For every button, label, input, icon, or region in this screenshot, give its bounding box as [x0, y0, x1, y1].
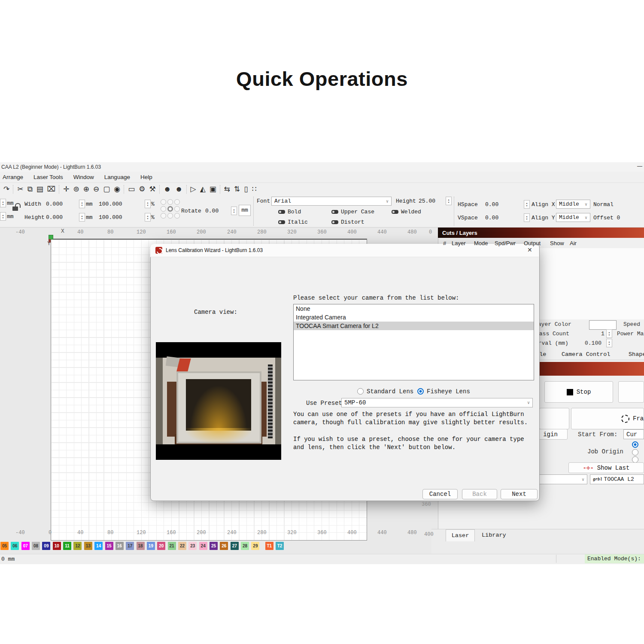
alignx-combobox[interactable]: Middle∨ [556, 200, 590, 209]
pass-count-spinner[interactable]: ▲▼ [606, 329, 612, 338]
delete-icon[interactable]: ⌧ [47, 185, 56, 194]
layer-color-swatch[interactable] [589, 320, 617, 330]
menu-item-laser-tools[interactable]: Laser Tools [33, 174, 63, 180]
width-spinner[interactable]: ▲▼ [79, 200, 85, 208]
align-icon[interactable]: ▣ [210, 185, 216, 194]
tab-camera-control[interactable]: Camera Control [562, 351, 610, 358]
camera-list-item-1[interactable]: Integrated Camera [294, 313, 534, 322]
frame-button[interactable]: Fra [571, 408, 644, 429]
dock-icon[interactable]: ▯ [244, 185, 248, 194]
palette-chip-09[interactable]: 09 [42, 542, 50, 550]
minimize-button[interactable]: — [637, 163, 642, 169]
menu-item-window[interactable]: Window [73, 174, 94, 180]
palette-chip-11[interactable]: 11 [63, 542, 71, 550]
palette-chip-T1[interactable]: T1 [265, 542, 273, 550]
spinner-down-icon[interactable]: ▼ [526, 204, 528, 207]
font-combobox[interactable]: Arial∨ [271, 197, 392, 206]
tab-laser[interactable]: Laser [446, 529, 475, 541]
weld-mode-value[interactable]: Normal [593, 201, 614, 208]
spinner-down-icon[interactable]: ▼ [448, 201, 450, 204]
height-value[interactable]: 0.000 [46, 214, 63, 221]
job-origin-radio-top[interactable] [632, 441, 638, 448]
menu-item-help[interactable]: Help [140, 174, 152, 180]
spinner-down-icon[interactable]: ▼ [2, 216, 4, 219]
spinner-down-icon[interactable]: ▼ [81, 204, 83, 207]
palette-chip-21[interactable]: 21 [168, 542, 176, 550]
palette-chip-10[interactable]: 10 [53, 542, 61, 550]
standard-lens-label[interactable]: Standard Lens [367, 388, 413, 395]
spinner-down-icon[interactable]: ▼ [526, 218, 528, 220]
menu-item-arrange[interactable]: Arrange [3, 174, 23, 180]
back-button[interactable]: Back [462, 489, 497, 499]
height-pct-spinner[interactable]: ▲▼ [145, 213, 151, 222]
palette-chip-13[interactable]: 13 [84, 542, 92, 550]
interval-spinner[interactable]: ▲▼ [606, 339, 612, 347]
lock-open-icon[interactable] [12, 203, 20, 212]
job-origin-radio-bottom[interactable] [632, 456, 638, 463]
rotate-spinner[interactable]: ▲▼ [231, 207, 237, 215]
spinner-down-icon[interactable]: ▼ [2, 203, 4, 206]
tab-shape-properties[interactable]: Shape [629, 351, 644, 358]
spinner-down-icon[interactable]: ▼ [608, 343, 611, 346]
paste-icon[interactable]: ▤ [36, 185, 43, 194]
home-button[interactable] [539, 408, 569, 429]
cancel-button[interactable]: Cancel [422, 489, 458, 499]
xpos-spinner[interactable]: ▲▼ [0, 199, 6, 207]
camera-list-item-2[interactable]: TOOCAA Smart Camera for L2 [294, 322, 534, 330]
settings-icon[interactable]: ⚙ [139, 185, 145, 194]
cut-icon[interactable]: ✂ [17, 185, 23, 194]
units-button[interactable]: mm [239, 205, 251, 216]
tab-library[interactable]: Library [482, 532, 506, 538]
offset-value[interactable]: Offset 0 [593, 215, 620, 221]
palette-chip-05[interactable]: 05 [0, 542, 9, 550]
palette-chip-25[interactable]: 25 [210, 542, 218, 550]
uppercase-toggle[interactable]: Upper Case [331, 209, 374, 215]
pause-button[interactable] [618, 381, 644, 403]
palette-chip-08[interactable]: 08 [32, 542, 40, 550]
distribute-h-icon[interactable]: ⇆ [224, 185, 230, 194]
user-icon[interactable]: ☻ [175, 185, 183, 194]
palette-chip-18[interactable]: 18 [137, 542, 145, 550]
capture-icon[interactable]: ◉ [114, 185, 120, 194]
ypos-spinner[interactable]: ▲▼ [0, 212, 6, 221]
palette-chip-T2[interactable]: T2 [276, 542, 284, 550]
palette-chip-28[interactable]: 28 [241, 542, 249, 550]
palette-chip-16[interactable]: 16 [115, 542, 124, 550]
select-rect-icon[interactable]: ▢ [103, 185, 110, 194]
redo-icon[interactable]: ↷ [3, 185, 9, 194]
spinner-down-icon[interactable]: ▼ [233, 211, 235, 213]
palette-chip-27[interactable]: 27 [231, 542, 239, 550]
spinner-down-icon[interactable]: ▼ [147, 204, 149, 207]
palette-chip-12[interactable]: 12 [73, 542, 82, 550]
send-icon[interactable]: ▷ [191, 185, 196, 194]
users-icon[interactable]: ☻ [164, 185, 171, 194]
font-height-value[interactable]: 25.00 [419, 198, 435, 204]
palette-chip-20[interactable]: 20 [157, 542, 165, 550]
close-icon[interactable]: ✕ [527, 246, 532, 253]
standard-lens-radio[interactable] [357, 388, 364, 395]
preview-icon[interactable]: ▭ [128, 185, 135, 194]
menu-item-language[interactable]: Language [104, 174, 130, 180]
device-tools-icon[interactable]: ⚒ [149, 185, 156, 194]
palette-chip-19[interactable]: 19 [147, 542, 155, 550]
distort-toggle[interactable]: Distort [331, 219, 365, 225]
job-origin-radio-middle[interactable] [632, 449, 638, 456]
spinner-down-icon[interactable]: ▼ [147, 217, 149, 220]
pass-count-value[interactable]: 1 [601, 331, 605, 337]
cuts-layers-header[interactable]: Cuts / Layers [438, 228, 644, 238]
show-last-button[interactable]: -✛- Show Last [568, 462, 644, 473]
pan-icon[interactable]: ✛ [63, 185, 69, 194]
height-pct-value[interactable]: 100.000 [99, 214, 122, 221]
palette-chip-23[interactable]: 23 [188, 542, 197, 550]
fisheye-lens-label[interactable]: Fisheye Lens [427, 388, 470, 395]
camera-listbox[interactable]: NoneIntegrated CameraTOOCAA Smart Camera… [293, 304, 534, 380]
vspace-spinner[interactable]: ▲▼ [524, 213, 530, 222]
next-button[interactable]: Next [501, 489, 538, 499]
zoom-out-icon[interactable]: ⊖ [93, 185, 99, 194]
palette-chip-26[interactable]: 26 [220, 542, 228, 550]
interval-value[interactable]: 0.100 [585, 340, 601, 346]
palette-chip-06[interactable]: 06 [11, 542, 19, 550]
start-from-combobox[interactable]: Cur [623, 429, 644, 439]
snap-icon[interactable]: ∷ [252, 185, 257, 194]
spinner-down-icon[interactable]: ▼ [608, 334, 611, 336]
